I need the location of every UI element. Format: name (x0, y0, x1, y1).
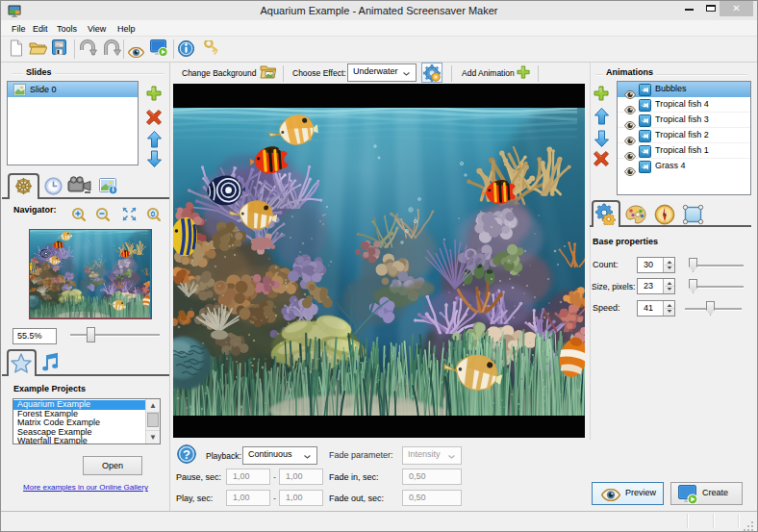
svg-text:?: ? (183, 447, 190, 462)
